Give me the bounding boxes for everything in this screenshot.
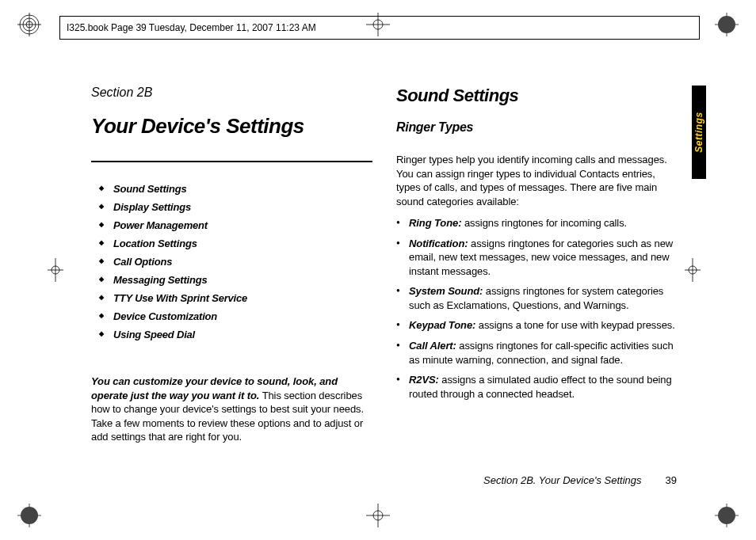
crop-mark-icon [366,504,390,527]
registration-mark-icon [17,13,41,36]
side-tab: Settings [692,86,706,179]
bullet-term: Keypad Tone: [409,319,475,331]
title-divider [91,161,372,162]
toc-item: TTY Use With Sprint Service [91,292,372,304]
toc-list: Sound Settings Display Settings Power Ma… [91,183,372,347]
page-info-text: I325.book Page 39 Tuesday, December 11, … [67,22,316,33]
bullet-term: Call Alert: [409,340,456,352]
section-label: Section 2B [91,86,372,100]
bullet-item: Ring Tone: assigns ringtones for incomin… [396,216,678,230]
bullet-term: Notification: [409,238,468,249]
bullet-list: Ring Tone: assigns ringtones for incomin… [396,216,678,407]
toc-item: Location Settings [91,238,372,249]
crop-mark-icon [685,258,708,282]
bullet-item: Keypad Tone: assigns a tone for use with… [396,318,678,333]
chapter-title: Your Device's Settings [91,114,372,145]
bullet-text: assigns a simulated audio effect to the … [409,374,672,400]
sub-heading: Ringer Types [396,120,678,135]
solid-circle-icon [17,504,41,527]
page-footer: Section 2B. Your Device's Settings 39 [483,474,677,486]
left-column: Section 2B Your Device's Settings Sound … [91,86,372,473]
toc-item: Sound Settings [91,183,372,195]
footer-section: Section 2B. Your Device's Settings [483,474,642,486]
right-column: Sound Settings Ringer Types Ringer types… [396,86,678,473]
toc-item: Using Speed Dial [91,329,372,340]
bullet-term: Ring Tone: [409,217,461,229]
toc-item: Display Settings [91,201,372,213]
bullet-item: System Sound: assigns ringtones for syst… [396,284,678,312]
intro-paragraph: You can customize your device to sound, … [91,375,372,444]
bullet-term: System Sound: [409,285,483,297]
bullet-item: Call Alert: assigns ringtones for call-s… [396,339,678,367]
bullet-text: assigns ringtones for incoming calls. [461,217,627,229]
bullet-item: R2VS: assigns a simulated audio effect t… [396,373,678,401]
toc-item: Call Options [91,256,372,268]
section-heading: Sound Settings [396,86,678,106]
side-tab-label: Settings [693,112,704,152]
solid-circle-icon [715,13,739,36]
toc-item: Messaging Settings [91,274,372,286]
crop-mark-icon [48,258,71,282]
bullet-item: Notification: assigns ringtones for cate… [396,237,678,279]
content-area: Section 2B Your Device's Settings Sound … [91,86,678,473]
toc-item: Power Management [91,219,372,231]
bullet-term: R2VS: [409,374,439,386]
solid-circle-icon [715,504,739,527]
crop-mark-icon [366,13,390,36]
ringer-intro: Ringer types help you identify incoming … [396,153,678,208]
bullet-text: assigns a tone for use with keypad press… [475,319,674,331]
toc-item: Device Customization [91,310,372,322]
page-number: 39 [666,474,677,486]
